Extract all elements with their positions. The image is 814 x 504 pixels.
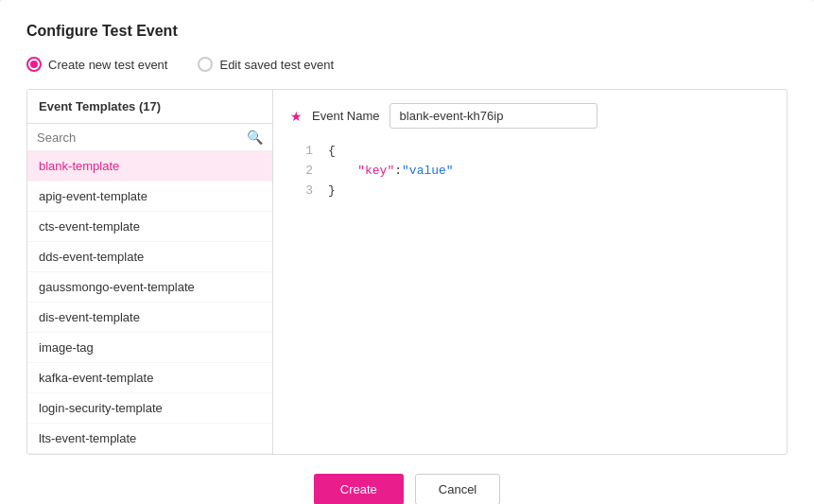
radio-edit-saved-circle <box>198 57 213 72</box>
event-name-row: ★ Event Name <box>290 103 770 129</box>
footer-row: Create Cancel <box>26 474 788 504</box>
create-button[interactable]: Create <box>314 474 404 504</box>
template-item[interactable]: image-tag <box>27 333 272 363</box>
code-editor: 1 { 2 "key" : "value" 3 } <box>290 142 770 441</box>
search-input[interactable] <box>37 130 247 145</box>
template-list: blank-templateapig-event-templatects-eve… <box>27 151 272 454</box>
template-item[interactable]: dds-event-template <box>27 242 272 272</box>
code-line-3: 3 } <box>290 182 770 201</box>
cancel-button[interactable]: Cancel <box>415 474 500 504</box>
template-item[interactable]: blank-template <box>27 151 272 182</box>
required-star: ★ <box>290 109 303 124</box>
search-icon: 🔍 <box>247 130 263 145</box>
modal-title: Configure Test Event <box>26 23 788 40</box>
radio-edit-saved[interactable]: Edit saved test event <box>198 57 334 72</box>
code-line-2: 2 "key" : "value" <box>290 162 770 182</box>
template-item[interactable]: apig-event-template <box>27 182 272 212</box>
code-indent <box>328 162 357 182</box>
template-item[interactable]: login-security-template <box>27 393 272 424</box>
code-colon: : <box>394 162 402 182</box>
code-brace-open: { <box>328 142 336 162</box>
template-item[interactable]: gaussmongo-event-template <box>27 272 272 303</box>
radio-create-new[interactable]: Create new test event <box>26 57 167 72</box>
line-num-2: 2 <box>290 162 313 182</box>
configure-test-event-modal: Configure Test Event Create new test eve… <box>0 0 814 504</box>
code-brace-close: } <box>328 182 336 201</box>
radio-edit-saved-label: Edit saved test event <box>219 58 334 72</box>
search-box: 🔍 <box>27 124 272 151</box>
code-key: "key" <box>357 162 394 182</box>
line-num-1: 1 <box>290 142 313 162</box>
radio-group: Create new test event Edit saved test ev… <box>26 57 788 72</box>
template-item[interactable]: kafka-event-template <box>27 363 272 393</box>
content-area: Event Templates (17) 🔍 blank-templateapi… <box>26 89 788 455</box>
event-name-label: Event Name <box>312 109 380 123</box>
radio-create-new-circle <box>26 57 42 72</box>
template-item[interactable]: lts-event-template <box>27 424 272 454</box>
event-name-input[interactable] <box>390 103 598 129</box>
panel-header: Event Templates (17) <box>27 90 272 124</box>
radio-create-new-label: Create new test event <box>48 58 167 72</box>
right-panel: ★ Event Name 1 { 2 "key" : "value" 3 <box>273 90 787 454</box>
template-item[interactable]: cts-event-template <box>27 212 272 242</box>
line-num-3: 3 <box>290 182 313 201</box>
code-value: "value" <box>402 162 454 182</box>
code-line-1: 1 { <box>290 142 770 162</box>
left-panel: Event Templates (17) 🔍 blank-templateapi… <box>27 90 273 454</box>
template-item[interactable]: dis-event-template <box>27 303 272 333</box>
